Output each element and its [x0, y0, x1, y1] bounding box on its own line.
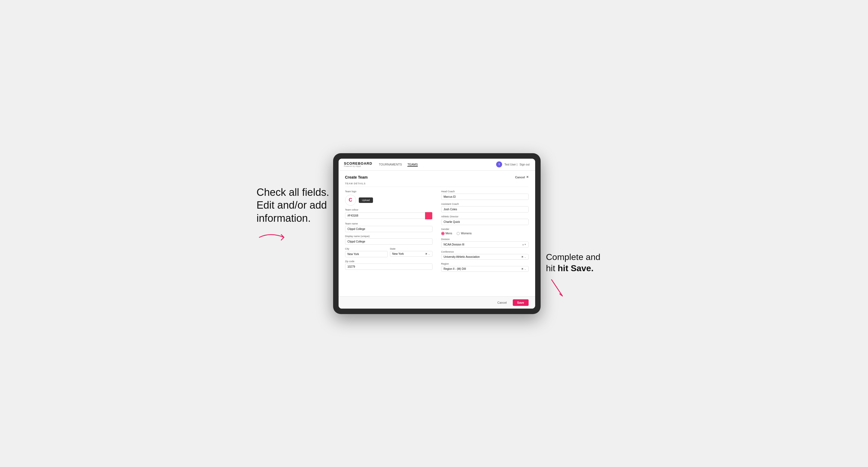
display-name-label: Display name (unique) [345, 235, 433, 238]
athletic-director-field: Athletic Director [441, 215, 529, 225]
assistant-coach-label: Assistant Coach [441, 203, 529, 206]
city-field: City [345, 247, 388, 257]
athletic-director-label: Athletic Director [441, 215, 529, 218]
head-coach-label: Head Coach [441, 190, 529, 193]
user-avatar: T [496, 161, 502, 167]
instruction-text: Check all fields.Edit and/or addinformat… [257, 186, 333, 225]
conference-controls: ✕ ⌄ [521, 255, 526, 258]
gender-mens[interactable]: Mens [441, 232, 452, 235]
cancel-button[interactable]: Cancel [494, 299, 510, 306]
womens-radio-dot [457, 232, 460, 235]
save-button[interactable]: Save [513, 299, 529, 306]
nav-links: TOURNAMENTS TEAMS [379, 162, 418, 166]
right-annotation: Complete and hit hit Save. [540, 153, 612, 299]
athletic-director-input[interactable] [441, 219, 529, 225]
division-field: Division NCAA Division III ▲▼ [441, 238, 529, 248]
team-name-input[interactable] [345, 226, 433, 232]
assistant-coach-field: Assistant Coach [441, 203, 529, 213]
team-name-field: Team name [345, 222, 433, 232]
region-controls: ✕ ⌄ [521, 268, 526, 270]
nav-user-label: Test User | [504, 163, 518, 166]
team-logo-label: Team logo [345, 190, 433, 193]
conference-select[interactable]: University Athletic Association ✕ ⌄ [441, 254, 529, 260]
region-select[interactable]: Region II - (M) DIII ✕ ⌄ [441, 266, 529, 272]
left-annotation: Check all fields.Edit and/or addinformat… [257, 153, 333, 246]
region-label: Region [441, 262, 529, 265]
team-colour-field: Team colour [345, 208, 433, 220]
section-header: TEAM DETAILS [345, 182, 529, 187]
state-controls: ✕ ⌄ [425, 252, 430, 255]
nav-teams[interactable]: TEAMS [407, 162, 418, 166]
mens-radio-dot [441, 232, 444, 235]
state-select[interactable]: New York ✕ ⌄ [390, 251, 433, 257]
brand-subtitle: Powered by clippd [344, 165, 372, 167]
conference-label: Conference [441, 250, 529, 253]
zip-input[interactable] [345, 263, 433, 270]
gender-radio-group: Mens Womens [441, 232, 529, 235]
upload-button[interactable]: Upload [359, 197, 373, 203]
colour-input[interactable] [345, 213, 425, 219]
complete-text: Complete and hit hit Save. [546, 251, 612, 274]
division-label: Division [441, 238, 529, 241]
brand-name: SCOREBOARD [344, 162, 372, 165]
cancel-x-button[interactable]: Cancel ✕ [515, 175, 528, 179]
page-title-bar: Create Team Cancel ✕ [345, 175, 529, 180]
logo-area: C Upload [345, 195, 433, 206]
state-field: State New York ✕ ⌄ [390, 247, 433, 257]
gender-field: Gender Mens Womens [441, 228, 529, 235]
conference-field: Conference University Athletic Associati… [441, 250, 529, 260]
head-coach-input[interactable] [441, 194, 529, 200]
zip-label: Zip code [345, 260, 433, 263]
brand-logo: SCOREBOARD Powered by clippd [344, 162, 372, 167]
city-state-field: City State New York ✕ [345, 247, 433, 257]
assistant-coach-input[interactable] [441, 206, 529, 213]
team-name-label: Team name [345, 222, 433, 225]
team-colour-label: Team colour [345, 208, 433, 211]
left-pink-arrow-svg [257, 229, 289, 246]
display-name-input[interactable] [345, 239, 433, 245]
gender-womens[interactable]: Womens [457, 232, 471, 235]
gender-label: Gender [441, 228, 529, 230]
page-title: Create Team [345, 175, 368, 180]
app-window: SCOREBOARD Powered by clippd TOURNAMENTS… [339, 159, 535, 309]
division-select[interactable]: NCAA Division III [441, 242, 529, 248]
nav-right: T Test User | Sign out [496, 161, 529, 167]
page-content: Create Team Cancel ✕ TEAM DETAILS Team [339, 171, 535, 296]
tablet-device: SCOREBOARD Powered by clippd TOURNAMENTS… [333, 153, 540, 314]
colour-input-wrapper [345, 212, 433, 220]
city-state-row: City State New York ✕ [345, 247, 433, 257]
zip-field: Zip code [345, 260, 433, 270]
region-field: Region Region II - (M) DIII ✕ ⌄ [441, 262, 529, 272]
display-name-field: Display name (unique) [345, 235, 433, 245]
form-left: Team logo C Upload Team colo [345, 190, 433, 272]
head-coach-field: Head Coach [441, 190, 529, 200]
colour-swatch[interactable] [425, 212, 433, 220]
right-pink-arrow-svg [546, 277, 568, 299]
navbar: SCOREBOARD Powered by clippd TOURNAMENTS… [339, 159, 535, 171]
signout-link[interactable]: Sign out [520, 163, 530, 166]
state-label: State [390, 247, 433, 250]
team-logo-field: Team logo C Upload [345, 190, 433, 206]
form-right: Head Coach Assistant Coach Athletic Dire… [441, 190, 529, 272]
division-select-wrapper: NCAA Division III ▲▼ [441, 242, 529, 248]
form-footer: Cancel Save [339, 296, 535, 309]
city-label: City [345, 247, 388, 250]
city-input[interactable] [345, 251, 388, 257]
logo-circle: C [345, 195, 356, 206]
form-grid: Team logo C Upload Team colo [345, 190, 529, 272]
nav-tournaments[interactable]: TOURNAMENTS [379, 162, 402, 166]
